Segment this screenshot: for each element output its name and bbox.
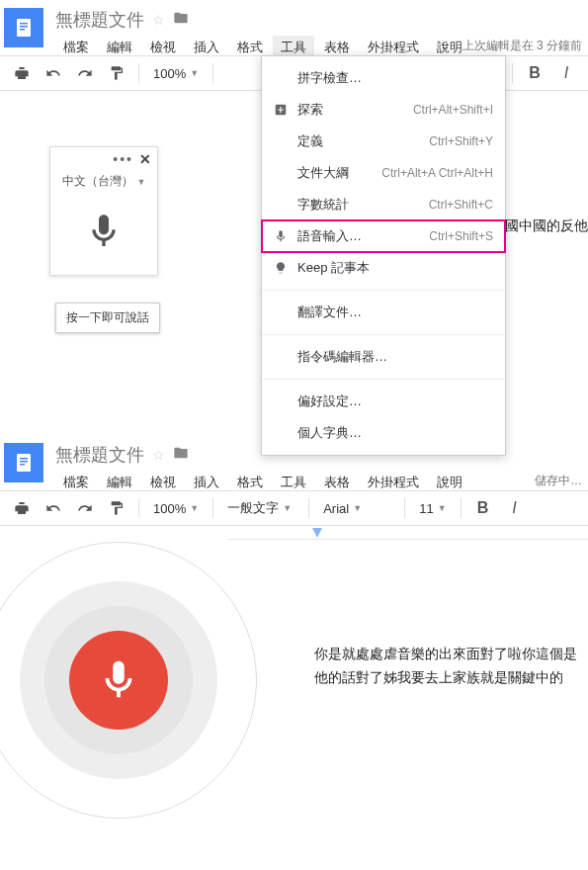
star-icon[interactable]: ☆ xyxy=(152,447,165,463)
menu-shortcut: Ctrl+Shift+Y xyxy=(429,134,493,148)
menu-separator xyxy=(262,290,505,291)
menu-separator xyxy=(262,334,505,335)
tools-dropdown: 拼字檢查…探索Ctrl+Alt+Shift+I定義Ctrl+Shift+Y文件大… xyxy=(261,55,506,456)
font-size-select[interactable]: 11▼ xyxy=(413,494,452,522)
menu-item-翻譯文件…[interactable]: 翻譯文件… xyxy=(262,297,505,328)
zoom-select[interactable]: 100%▼ xyxy=(147,494,205,522)
save-status: 儲存中… xyxy=(535,473,582,489)
plus-icon xyxy=(272,101,290,119)
zoom-select[interactable]: 100%▼ xyxy=(147,59,205,87)
menu-item-偏好設定…[interactable]: 偏好設定… xyxy=(262,386,505,417)
menu-插入[interactable]: 插入 xyxy=(186,471,227,494)
menu-shortcut: Ctrl+Alt+A Ctrl+Alt+H xyxy=(381,166,493,180)
svg-rect-0 xyxy=(17,19,31,37)
document-body[interactable]: 你是就處處虐音樂的出來面對了啦你這個是 他的話對了姊我要去上家族就是關鍵中的 xyxy=(314,643,577,690)
italic-button[interactable]: I xyxy=(552,59,580,87)
svg-rect-8 xyxy=(20,464,25,466)
menu-item-label: 字數統計 xyxy=(297,196,349,214)
menu-表格[interactable]: 表格 xyxy=(316,471,358,494)
folder-icon[interactable] xyxy=(173,445,189,465)
font-select[interactable]: Arial▼ xyxy=(317,494,396,522)
paint-format-icon[interactable] xyxy=(103,494,130,522)
menu-item-指令碼編輯器…[interactable]: 指令碼編輯器… xyxy=(262,341,505,373)
menu-item-label: 探索 xyxy=(297,101,323,119)
menu-item-label: 翻譯文件… xyxy=(297,304,362,321)
undo-icon[interactable] xyxy=(40,494,67,522)
voice-language-label: 中文（台灣） xyxy=(62,173,133,190)
bold-button[interactable]: B xyxy=(521,59,548,87)
menu-item-定義[interactable]: 定義Ctrl+Shift+Y xyxy=(262,126,505,157)
mic-icon xyxy=(272,227,290,245)
menu-說明[interactable]: 說明 xyxy=(429,471,470,494)
svg-rect-1 xyxy=(20,23,28,25)
menu-item-拼字檢查…[interactable]: 拼字檢查… xyxy=(262,62,505,94)
menubar: 檔案編輯檢視插入格式工具表格外掛程式說明 xyxy=(55,471,470,494)
ruler[interactable] xyxy=(227,526,588,540)
doc-title[interactable]: 無標題文件 xyxy=(55,8,144,32)
docs-logo[interactable] xyxy=(4,443,43,482)
toolbar: 100%▼ 一般文字▼ Arial▼ 11▼ B I xyxy=(0,490,588,526)
svg-rect-7 xyxy=(20,461,28,463)
menu-separator xyxy=(262,379,505,380)
menu-檢視[interactable]: 檢視 xyxy=(142,471,184,494)
redo-icon[interactable] xyxy=(71,59,99,87)
more-icon[interactable]: ••• xyxy=(113,151,133,167)
menu-item-label: 拼字檢查… xyxy=(297,69,362,87)
paragraph-style-value: 一般文字 xyxy=(227,499,279,517)
italic-button[interactable]: I xyxy=(501,494,529,522)
star-icon[interactable]: ☆ xyxy=(152,12,165,28)
menu-item-label: 偏好設定… xyxy=(297,392,362,410)
zoom-value: 100% xyxy=(153,501,186,516)
menu-檔案[interactable]: 檔案 xyxy=(55,36,97,59)
bulb-icon xyxy=(272,259,290,277)
undo-icon[interactable] xyxy=(40,59,67,87)
folder-icon[interactable] xyxy=(173,10,189,30)
doc-line: 你是就處處虐音樂的出來面對了啦你這個是 xyxy=(314,643,577,666)
menu-item-label: 文件大綱 xyxy=(297,164,349,182)
close-icon[interactable]: ✕ xyxy=(139,151,151,167)
menu-item-Keep 記事本[interactable]: Keep 記事本 xyxy=(262,252,505,284)
paragraph-style-select[interactable]: 一般文字▼ xyxy=(221,494,300,522)
save-status: 上次編輯是在 3 分鐘前 xyxy=(462,38,582,54)
voice-recording-indicator xyxy=(0,522,277,838)
menu-外掛程式[interactable]: 外掛程式 xyxy=(360,471,427,494)
menu-shortcut: Ctrl+Alt+Shift+I xyxy=(413,103,493,117)
menu-檢視[interactable]: 檢視 xyxy=(142,36,184,59)
docs-logo[interactable] xyxy=(4,8,43,47)
menu-item-探索[interactable]: 探索Ctrl+Alt+Shift+I xyxy=(262,94,505,126)
redo-icon[interactable] xyxy=(71,494,99,522)
voice-input-panel: ••• ✕ 中文（台灣） ▼ xyxy=(49,146,158,276)
svg-rect-3 xyxy=(20,29,25,31)
menu-item-label: 指令碼編輯器… xyxy=(297,348,387,366)
menu-item-label: Keep 記事本 xyxy=(297,259,370,277)
menu-item-字數統計[interactable]: 字數統計Ctrl+Shift+C xyxy=(262,189,505,220)
font-size-value: 11 xyxy=(419,501,433,516)
menu-工具[interactable]: 工具 xyxy=(273,471,314,494)
bold-button[interactable]: B xyxy=(469,494,497,522)
font-value: Arial xyxy=(323,501,349,516)
document-text-fragment: 國中國的反他 xyxy=(505,218,588,235)
doc-line: 他的話對了姊我要去上家族就是關鍵中的 xyxy=(314,666,577,690)
voice-tooltip: 按一下即可說話 xyxy=(55,303,160,333)
voice-mic-button[interactable] xyxy=(50,196,157,275)
menu-編輯[interactable]: 編輯 xyxy=(99,36,140,59)
menu-插入[interactable]: 插入 xyxy=(186,36,227,59)
voice-language-select[interactable]: 中文（台灣） ▼ xyxy=(50,171,157,196)
menu-檔案[interactable]: 檔案 xyxy=(55,471,97,494)
paint-format-icon[interactable] xyxy=(103,59,130,87)
menu-item-個人字典…[interactable]: 個人字典… xyxy=(262,417,505,449)
zoom-value: 100% xyxy=(153,66,186,81)
print-icon[interactable] xyxy=(8,494,36,522)
svg-rect-5 xyxy=(17,454,31,472)
menu-shortcut: Ctrl+Shift+S xyxy=(429,229,493,243)
menu-item-label: 個人字典… xyxy=(297,424,362,442)
print-icon[interactable] xyxy=(8,59,36,87)
menu-shortcut: Ctrl+Shift+C xyxy=(429,198,493,212)
menu-item-label: 語音輸入… xyxy=(297,227,362,245)
doc-title[interactable]: 無標題文件 xyxy=(55,443,144,467)
menu-格式[interactable]: 格式 xyxy=(229,471,271,494)
menu-編輯[interactable]: 編輯 xyxy=(99,471,140,494)
menu-item-文件大綱[interactable]: 文件大綱Ctrl+Alt+A Ctrl+Alt+H xyxy=(262,157,505,189)
menu-item-語音輸入…[interactable]: 語音輸入…Ctrl+Shift+S xyxy=(262,220,505,252)
voice-mic-active-button[interactable] xyxy=(69,631,168,730)
